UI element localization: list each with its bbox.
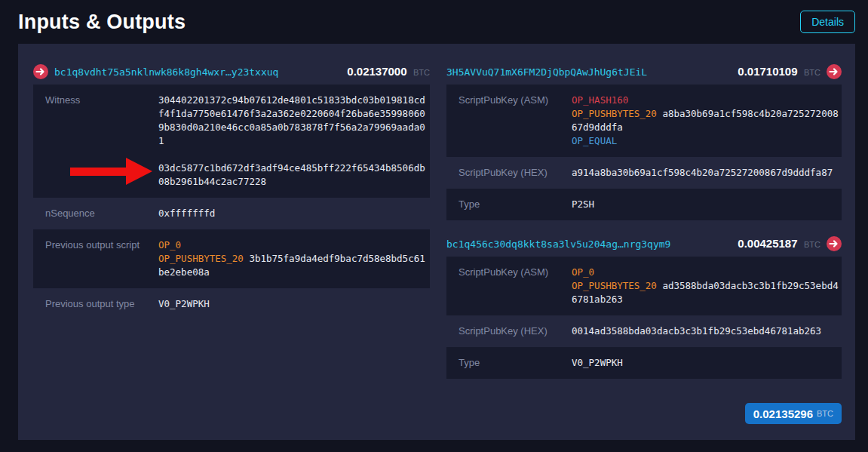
output-2-type-row: Type V0_P2WPKH (446, 347, 842, 379)
output-1-type-value: P2SH (572, 198, 840, 211)
output-2-arrow-icon[interactable] (827, 236, 842, 251)
previous-output-type-label: Previous output type (45, 297, 158, 311)
previous-output-script-row: Previous output script OP_0 OP_PUSHBYTES… (33, 229, 430, 288)
output-2-type-value: V0_P2WPKH (572, 356, 840, 370)
nsequence-value: 0xfffffffd (158, 207, 427, 220)
output-1-detail-table: ScriptPubKey (ASM) OP_HASH160 OP_PUSHBYT… (446, 85, 842, 220)
output-1-type-row: Type P2SH (446, 189, 842, 220)
output-1-amount-value: 0.01710109 (738, 65, 797, 78)
nsequence-label: nSequence (45, 207, 158, 220)
output-1-header-row: 3H5AVVuQ71mX6FM2DjQbpQAwJhUg6tJEiL 0.017… (446, 62, 842, 81)
output-2-asm-label: ScriptPubKey (ASM) (459, 266, 572, 306)
witness-item-pubkey: 03dc5877c1bd672df3adf94ce485bff222f65434… (158, 161, 427, 189)
witness-row: Witness 304402201372c94b07612de4801c5183… (33, 85, 430, 198)
page-title: Inputs & Outputs (18, 11, 186, 34)
opcode-op-hash160: OP_HASH160 (572, 94, 840, 107)
opcode-op-equal: OP_EQUAL (572, 134, 840, 148)
output-2-hex-value: 0014ad3588bda03dacb3c3b1fb29c53ebd46781a… (572, 324, 840, 338)
arrow-right-glyph (827, 64, 842, 79)
output-2-amount-currency: BTC (804, 240, 820, 249)
input-detail-table: Witness 304402201372c94b07612de4801c5183… (33, 85, 430, 320)
arrow-right-glyph (33, 64, 48, 79)
opcode-op-0: OP_0 (158, 238, 427, 252)
input-arrow-icon[interactable] (33, 64, 48, 79)
previous-output-script-label: Previous output script (45, 238, 158, 279)
input-address-link[interactable]: bc1q8vdht75a5nklnwk86k8gh4wxr…y23txxuq (54, 66, 341, 78)
input-amount-value: 0.02137000 (347, 65, 406, 78)
nsequence-row: nSequence 0xfffffffd (33, 198, 430, 229)
output-1-arrow-icon[interactable] (827, 64, 842, 79)
opcode-op-pushbytes: OP_PUSHBYTES_20 (572, 280, 657, 291)
input-amount-currency: BTC (413, 68, 430, 77)
output-1-hex-label: ScriptPubKey (HEX) (459, 166, 572, 180)
output-2-asm-value: OP_0 OP_PUSHBYTES_20 ad3588bda03dacb3c3b… (572, 266, 840, 306)
opcode-op-0: OP_0 (572, 266, 840, 279)
total-amount-value: 0.02135296 (753, 407, 813, 420)
output-1-asm-value: OP_HASH160 OP_PUSHBYTES_20 a8ba30b69a1cf… (572, 94, 840, 148)
output-2-hex-label: ScriptPubKey (HEX) (459, 324, 572, 338)
output-2-amount: 0.00425187 BTC (738, 237, 820, 251)
witness-item-signature: 304402201372c94b07612de4801c51833bdc03b0… (158, 94, 427, 148)
output-2-detail-table: ScriptPubKey (ASM) OP_0 OP_PUSHBYTES_20 … (446, 257, 842, 379)
previous-output-script-value: OP_0 OP_PUSHBYTES_20 3b1b75fa9da4edf9bac… (158, 238, 427, 279)
output-1-address-link[interactable]: 3H5AVVuQ71mX6FM2DjQbpQAwJhUg6tJEiL (446, 66, 732, 78)
output-1-hex-value: a914a8ba30b69a1cf598c4b20a72527200867d9d… (572, 166, 840, 180)
output-1-asm-label: ScriptPubKey (ASM) (459, 94, 572, 148)
previous-output-type-row: Previous output type V0_P2WPKH (33, 288, 430, 320)
output-2-hex-row: ScriptPubKey (HEX) 0014ad3588bda03dacb3c… (446, 315, 842, 347)
input-header-row: bc1q8vdht75a5nklnwk86k8gh4wxr…y23txxuq 0… (33, 62, 430, 81)
input-column: bc1q8vdht75a5nklnwk86k8gh4wxr…y23txxuq 0… (33, 62, 430, 425)
witness-value: 304402201372c94b07612de4801c51833bdc03b0… (158, 94, 427, 189)
input-amount: 0.02137000 BTC (347, 65, 430, 78)
previous-output-type-value: V0_P2WPKH (158, 297, 427, 311)
output-2-header-row: bc1q456c30dq8kkt8sa3lv5u204ag…nrg3qym9 0… (446, 234, 842, 254)
output-1-type-label: Type (459, 198, 572, 211)
outputs-gap (446, 220, 842, 234)
outputs-column: 3H5AVVuQ71mX6FM2DjQbpQAwJhUg6tJEiL 0.017… (446, 62, 842, 425)
output-2-amount-value: 0.00425187 (738, 237, 797, 250)
witness-label: Witness (45, 94, 158, 189)
output-1-asm-row: ScriptPubKey (ASM) OP_HASH160 OP_PUSHBYT… (446, 85, 842, 157)
opcode-op-pushbytes: OP_PUSHBYTES_20 (572, 108, 657, 119)
details-button[interactable]: Details (800, 11, 855, 33)
output-2-type-label: Type (459, 356, 572, 370)
total-amount-button[interactable]: 0.02135296 BTC (745, 403, 842, 424)
arrow-right-glyph (827, 236, 842, 251)
output-2-asm-row: ScriptPubKey (ASM) OP_0 OP_PUSHBYTES_20 … (446, 257, 842, 315)
output-1-amount-currency: BTC (804, 68, 820, 77)
opcode-op-pushbytes: OP_PUSHBYTES_20 (158, 253, 244, 264)
output-2-address-link[interactable]: bc1q456c30dq8kkt8sa3lv5u204ag…nrg3qym9 (446, 238, 732, 250)
total-row: 0.02135296 BTC (446, 403, 842, 424)
output-1-hex-row: ScriptPubKey (HEX) a914a8ba30b69a1cf598c… (446, 157, 842, 189)
inputs-outputs-panel: bc1q8vdht75a5nklnwk86k8gh4wxr…y23txxuq 0… (18, 44, 855, 440)
output-1-amount: 0.01710109 BTC (738, 65, 820, 78)
total-amount-currency: BTC (817, 409, 833, 418)
top-bar: Inputs & Outputs Details (0, 0, 868, 44)
